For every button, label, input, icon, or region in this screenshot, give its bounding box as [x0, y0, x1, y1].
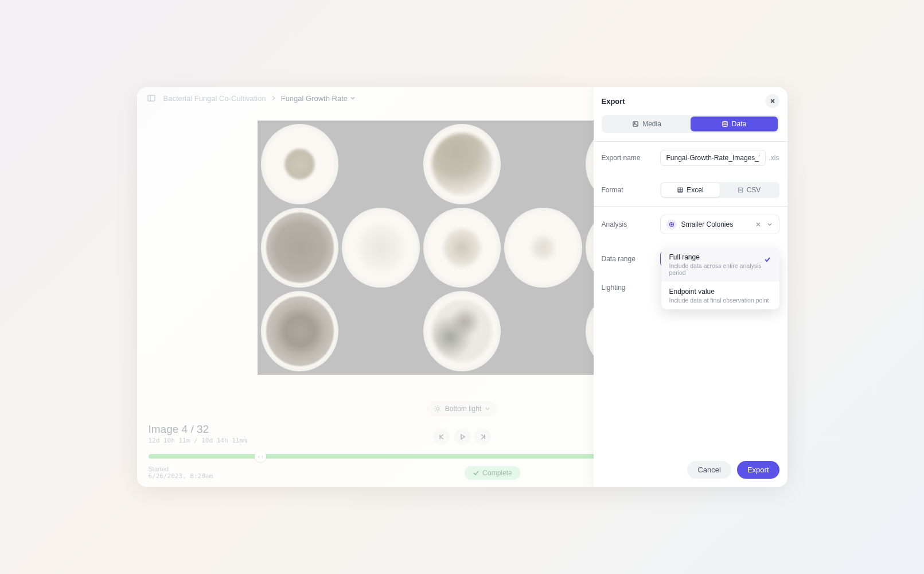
clear-icon[interactable]	[755, 221, 762, 228]
tab-data[interactable]: Data	[691, 117, 778, 131]
skip-forward-button[interactable]	[475, 429, 491, 445]
close-button[interactable]	[766, 94, 779, 108]
chevron-down-icon	[350, 95, 356, 101]
export-tabs: Media Data	[602, 115, 779, 133]
export-name-input[interactable]	[660, 150, 766, 166]
started-info: Started 6/26/2023, 8:20am	[149, 466, 213, 480]
format-row: Format Excel CSV	[594, 174, 787, 206]
svg-rect-0	[148, 95, 155, 101]
svg-point-32	[670, 224, 672, 225]
breadcrumb-current[interactable]: Fungal Growth Rate	[281, 94, 356, 103]
format-excel[interactable]: Excel	[661, 183, 720, 197]
dropdown-item-endpoint[interactable]: Endpoint value Include data at final obs…	[661, 282, 779, 309]
svg-point-7	[436, 408, 439, 410]
svg-line-14	[435, 410, 436, 411]
close-icon	[769, 98, 776, 104]
breadcrumb-parent[interactable]: Bacterial Fungal Co-Cultivation	[163, 94, 266, 103]
tab-media[interactable]: Media	[603, 117, 691, 131]
play-button[interactable]	[454, 429, 470, 445]
app-window: Bacterial Fungal Co-Cultivation Fungal G…	[137, 87, 787, 487]
chevron-down-icon	[485, 406, 490, 412]
database-icon	[722, 121, 728, 127]
svg-line-13	[439, 410, 440, 411]
export-header: Export	[594, 87, 787, 115]
skip-back-button[interactable]	[434, 429, 450, 445]
svg-line-12	[435, 406, 436, 407]
analysis-row: Analysis Smaller Colonies	[594, 207, 787, 242]
export-title: Export	[602, 97, 625, 106]
sun-icon	[434, 405, 442, 413]
check-icon	[763, 255, 771, 263]
export-panel: Export Media Data Export name .xls	[594, 87, 787, 487]
svg-point-23	[723, 122, 727, 123]
cancel-button[interactable]: Cancel	[687, 461, 731, 479]
progress-handle[interactable]: ‹ ›	[255, 451, 266, 462]
csv-icon	[737, 187, 744, 193]
excel-icon	[677, 187, 684, 193]
check-icon	[473, 470, 479, 476]
chevron-down-icon	[766, 221, 773, 228]
export-footer: Cancel Export	[594, 453, 787, 487]
file-extension: .xls	[769, 154, 779, 162]
export-name-row: Export name .xls	[594, 142, 787, 174]
export-button[interactable]: Export	[737, 461, 779, 479]
svg-marker-17	[461, 435, 465, 439]
analysis-icon	[666, 219, 677, 230]
breadcrumb: Bacterial Fungal Co-Cultivation Fungal G…	[163, 94, 356, 103]
dropdown-item-full-range[interactable]: Full range Include data across entire an…	[661, 247, 779, 282]
complete-badge: Complete	[465, 466, 520, 480]
analysis-select[interactable]: Smaller Colonies	[660, 215, 779, 234]
image-icon	[632, 121, 639, 127]
data-range-dropdown: Full range Include data across entire an…	[661, 247, 779, 309]
format-csv[interactable]: CSV	[720, 183, 778, 197]
chevron-right-icon	[271, 95, 276, 101]
sidebar-toggle-icon[interactable]	[146, 93, 157, 103]
svg-line-15	[439, 406, 440, 407]
light-dropdown[interactable]: Bottom light	[427, 401, 497, 416]
